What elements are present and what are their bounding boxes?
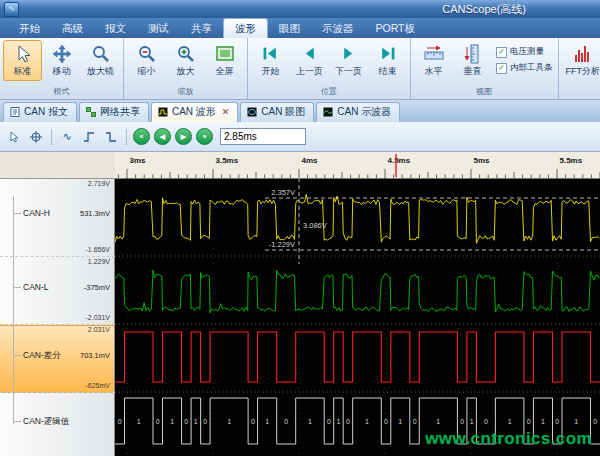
full-screen-button[interactable]: 全屏 xyxy=(205,40,244,81)
doctab-can-oscilloscope[interactable]: CAN 示波器 xyxy=(316,102,400,122)
title-bar: ∿ CANScope(高线) xyxy=(0,0,600,18)
svg-text:1: 1 xyxy=(398,418,402,425)
tab-waveform[interactable]: 波形 xyxy=(223,18,268,38)
fullscreen-icon xyxy=(215,43,235,64)
group-position: 开始 上一页 下一页 xyxy=(248,38,411,99)
channel-offset-can-h: 531.3mV xyxy=(80,209,110,218)
svg-text:1: 1 xyxy=(365,418,369,425)
watermark: www.cntronics.com xyxy=(425,429,592,449)
sine-icon: ∿ xyxy=(62,130,71,143)
doctab-can-waveform[interactable]: CAN 波形 ✕ xyxy=(151,102,238,122)
svg-text:0: 0 xyxy=(593,418,597,425)
nav-last-button[interactable]: » xyxy=(196,128,213,145)
document-tab-bar: CAN 报文 网络共享 CAN 波形 ✕ CAN 眼图 CAN 示波器 xyxy=(0,100,600,122)
canscope-window: ∿ CANScope(高线) 开始 高级 报文 测试 共享 波形 眼图 示波器 … xyxy=(0,0,600,456)
svg-text:0: 0 xyxy=(346,418,350,425)
group-mode: 标准 移动 放大镜 模式 xyxy=(0,38,124,99)
doctab-network-share[interactable]: 网络共享 xyxy=(79,102,149,122)
cursor-arrow-icon xyxy=(13,43,33,64)
channel-name-can-l: CAN-L xyxy=(23,282,49,292)
panel-header xyxy=(0,152,115,179)
tab-test[interactable]: 测试 xyxy=(137,19,180,38)
doctab-can-eye[interactable]: CAN 眼图 xyxy=(240,102,314,122)
checkbox-inner-toolbar[interactable]: ✓ 内部工具条 xyxy=(496,62,553,74)
svg-text:1: 1 xyxy=(194,418,198,425)
zoom-out-icon xyxy=(137,43,157,64)
nav-next-button[interactable]: ▶ xyxy=(175,128,192,145)
group-view: 水平 垂直 ✓ 电压测量 ✓ 内部工具条 xyxy=(411,38,559,99)
standard-mode-button[interactable]: 标准 xyxy=(3,40,42,81)
checkbox-voltage-measure[interactable]: ✓ 电压测量 xyxy=(496,46,553,58)
channel-name-can-logic: CAN-逻辑值 xyxy=(23,416,69,428)
fft-spectrum-icon xyxy=(573,43,593,64)
svg-text:0: 0 xyxy=(413,418,417,425)
svg-text:1: 1 xyxy=(574,418,578,425)
previous-icon xyxy=(301,43,318,64)
group-label-mode: 模式 xyxy=(3,85,120,99)
waveform-workspace: 2.719V -1.656V 1.229V -2.031V 2.031V -62… xyxy=(0,152,600,456)
svg-text:1: 1 xyxy=(137,418,141,425)
tab-advanced[interactable]: 高级 xyxy=(51,19,94,38)
svg-text:1: 1 xyxy=(227,418,231,425)
svg-text:0: 0 xyxy=(460,418,464,425)
magnifier-mode-button[interactable]: 放大镜 xyxy=(81,40,120,81)
scale-label: 2.719V xyxy=(88,180,110,187)
svg-text:0: 0 xyxy=(527,418,531,425)
zoom-in-icon xyxy=(176,43,196,64)
svg-text:0: 0 xyxy=(327,418,331,425)
nav-first-button[interactable]: « xyxy=(133,128,150,145)
rising-edge-icon xyxy=(83,131,95,143)
waveform-icon xyxy=(158,107,168,117)
crosshair-tool-button[interactable] xyxy=(26,127,46,147)
svg-text:0: 0 xyxy=(284,418,288,425)
prev-page-button[interactable]: 上一页 xyxy=(290,40,329,81)
svg-text:1: 1 xyxy=(541,418,545,425)
falling-edge-icon xyxy=(105,131,117,143)
svg-text:3ms: 3ms xyxy=(130,156,147,165)
svg-text:3.086V: 3.086V xyxy=(303,221,327,230)
svg-text:0: 0 xyxy=(384,418,388,425)
skip-to-end-icon xyxy=(379,43,396,64)
tab-start[interactable]: 开始 xyxy=(8,19,51,38)
time-position-input[interactable] xyxy=(220,128,306,145)
svg-text:0: 0 xyxy=(156,418,160,425)
tab-port-board[interactable]: PORT板 xyxy=(365,19,426,38)
tab-message[interactable]: 报文 xyxy=(94,19,137,38)
tab-oscilloscope[interactable]: 示波器 xyxy=(311,19,365,38)
rising-edge-button[interactable] xyxy=(79,127,99,147)
vertical-button[interactable]: 垂直 xyxy=(453,40,492,81)
next-page-button[interactable]: 下一页 xyxy=(329,40,368,81)
go-start-button[interactable]: 开始 xyxy=(251,40,290,81)
scale-label: -1.656V xyxy=(85,246,110,253)
svg-text:-1.229V: -1.229V xyxy=(269,240,295,249)
nav-prev-button[interactable]: ◀ xyxy=(154,128,171,145)
falling-edge-button[interactable] xyxy=(101,127,121,147)
zoom-in-button[interactable]: 放大 xyxy=(166,40,205,81)
tab-eye-diagram[interactable]: 眼图 xyxy=(268,19,311,38)
window-title: CANScope(高线) xyxy=(442,2,526,17)
waveform-canvas[interactable]: 3ms3.5ms4ms4.5ms5ms5.5ms0101010101010101… xyxy=(115,152,600,456)
waveform-toolbar: ∿ « ◀ ▶ » xyxy=(0,122,600,152)
crosshair-icon xyxy=(30,131,42,143)
pointer-tool-button[interactable] xyxy=(4,127,24,147)
close-tab-icon[interactable]: ✕ xyxy=(222,107,230,117)
horizontal-button[interactable]: 水平 xyxy=(414,40,453,81)
checkbox-checked-icon: ✓ xyxy=(496,63,507,74)
pointer-icon xyxy=(8,131,20,143)
waveform-plot[interactable]: 3ms3.5ms4ms4.5ms5ms5.5ms0101010101010101… xyxy=(115,152,600,456)
tab-share[interactable]: 共享 xyxy=(180,19,223,38)
svg-text:4.5ms: 4.5ms xyxy=(388,156,411,165)
svg-text:0: 0 xyxy=(118,418,122,425)
move-mode-button[interactable]: 移动 xyxy=(42,40,81,81)
sine-tool-button[interactable]: ∿ xyxy=(57,127,77,147)
go-end-button[interactable]: 结束 xyxy=(368,40,407,81)
ribbon: 标准 移动 放大镜 模式 xyxy=(0,38,600,100)
fft-analysis-button[interactable]: FFT分析 xyxy=(562,40,600,81)
move-arrows-icon xyxy=(52,43,72,64)
svg-text:5.5ms: 5.5ms xyxy=(560,156,583,165)
svg-text:5ms: 5ms xyxy=(474,156,491,165)
doctab-can-message[interactable]: CAN 报文 xyxy=(3,102,77,122)
zoom-out-button[interactable]: 缩小 xyxy=(127,40,166,81)
svg-text:0: 0 xyxy=(184,418,188,425)
scale-label: -2.031V xyxy=(85,314,110,321)
